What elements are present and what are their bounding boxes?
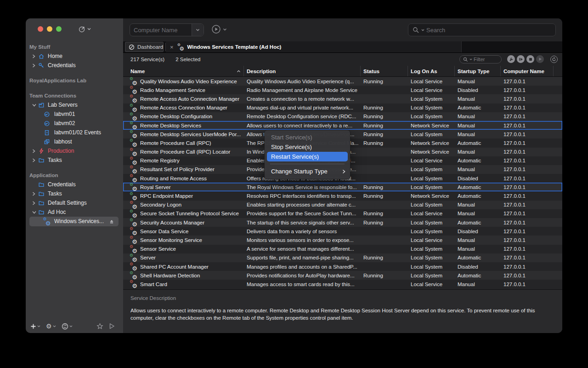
column-header-name[interactable]: Name [123, 66, 244, 76]
properties-wrench-button[interactable] [507, 55, 515, 63]
sidebar-item-tasks[interactable]: Tasks [26, 189, 123, 198]
menu-item-label: Change Startup Type [271, 168, 328, 175]
table-row[interactable]: ⚙⚙Shared PC Account ManagerManages profi… [123, 262, 562, 271]
column-header-computer-name[interactable]: Computer Name [501, 66, 554, 76]
menu-item-restart-service-s[interactable]: Restart Service(s) [267, 152, 348, 161]
sidebar-item-labvm01[interactable]: labvm01 [26, 109, 123, 119]
computer-name-dropdown-button[interactable] [192, 24, 204, 36]
table-row[interactable]: ⚙⚙Secure Socket Tunneling Protocol Servi… [123, 209, 562, 218]
sidebar-item-tasks[interactable]: Tasks [26, 155, 123, 165]
chevron-down-icon [37, 325, 40, 328]
chevron-right-icon[interactable] [32, 201, 37, 205]
minimize-window-button[interactable] [47, 26, 52, 32]
service-status-cell [361, 86, 408, 94]
table-row[interactable]: ⚙⚙Remote Access Connection ManagerManage… [123, 104, 562, 112]
table-row[interactable]: ⚙⚙Secondary LogonEnables starting proces… [123, 201, 562, 209]
service-status-cell: Running [361, 138, 408, 147]
chevron-right-icon[interactable] [32, 63, 37, 68]
menu-item-stop-service-s[interactable]: Stop Service(s) [265, 142, 350, 152]
computer-name-field[interactable] [130, 23, 204, 36]
table-row[interactable]: ⚙⚙Security Accounts ManagerThe startup o… [123, 218, 562, 227]
filler-cell [554, 130, 562, 138]
sidebar-item-lab-servers[interactable]: Lab Servers [26, 100, 123, 109]
service-name: Secondary Logon [140, 202, 181, 207]
refresh-button[interactable] [550, 56, 558, 63]
computer-name-input[interactable] [130, 27, 192, 34]
service-name-cell: ⚙⚙Secure Socket Tunneling Protocol Servi… [123, 209, 244, 218]
service-startup-cell: Manual [455, 121, 501, 130]
service-logon-cell: Local System [408, 183, 455, 191]
chevron-down-icon [469, 58, 472, 60]
play-outline-button[interactable] [109, 323, 115, 329]
star-button[interactable] [96, 323, 103, 330]
sidebar-item-ad-hoc[interactable]: Ad Hoc [26, 207, 123, 217]
sync-button[interactable] [62, 323, 73, 330]
events-icon [43, 130, 50, 136]
tab-dashboard[interactable]: Dashboard [125, 42, 164, 52]
column-header-status[interactable]: Status [361, 66, 408, 76]
key-icon [38, 63, 45, 69]
gears-icon: ⚙⚙ [130, 175, 137, 182]
table-row[interactable]: ⚙⚙Smart CardManages access to smart card… [123, 280, 562, 288]
zoom-window-button[interactable] [56, 26, 62, 32]
table-row[interactable]: ⚙⚙Remote Desktop ServicesAllows users to… [123, 121, 562, 130]
start-button[interactable] [536, 55, 544, 63]
sidebar-item-default-settings[interactable]: Default Settings [26, 198, 123, 207]
chevron-down-icon [196, 29, 200, 31]
chevron-right-icon[interactable] [32, 54, 37, 58]
restart-step-button[interactable] [517, 55, 525, 63]
column-header-description[interactable]: Description [244, 66, 361, 76]
service-description-cell: The Royal Windows Service is responsible… [244, 183, 361, 191]
gears-icon: ⚙⚙ [130, 166, 137, 173]
table-row[interactable]: ⚙⚙Remote Desktop ConfigurationRemote Des… [123, 112, 562, 121]
sidebar-item-credentials[interactable]: Credentials [26, 61, 123, 70]
filter-field[interactable] [459, 55, 502, 63]
menu-separator [270, 164, 345, 164]
chevron-down-icon[interactable] [32, 211, 37, 214]
sidebar-item-production[interactable]: Production [26, 146, 123, 155]
search-input[interactable] [426, 27, 551, 34]
menu-item-change-startup-type[interactable]: Change Startup Type [265, 167, 350, 176]
target-connect-button[interactable] [78, 25, 91, 33]
close-tab-icon[interactable]: × [170, 44, 174, 51]
menu-item-start-service-s[interactable]: Start Service(s) [265, 132, 350, 142]
sidebar-item-credentials[interactable]: Credentials [26, 180, 123, 189]
table-row[interactable]: ⚙⚙Sensor Monitoring ServiceMonitors vari… [123, 236, 562, 244]
chevron-right-icon[interactable] [32, 158, 37, 162]
description-title: Service Description [130, 295, 555, 301]
table-row[interactable]: ⚙⚙Royal ServerThe Royal Windows Service … [123, 183, 562, 191]
tab-windows-services-template[interactable]: × ⚙⚙ Windows Services Template (Ad Hoc) [166, 41, 462, 52]
sidebar-item-labvm02[interactable]: labvm02 [26, 119, 123, 128]
sidebar-item-labhost[interactable]: labhost [26, 137, 123, 146]
gear-button[interactable]: ⚙ [46, 322, 56, 330]
table-row[interactable]: ⚙⚙Sensor Data ServiceDelivers data from … [123, 227, 562, 236]
table-row[interactable]: ⚙⚙Sensor ServiceA service for sensors th… [123, 245, 562, 253]
column-header-startup-type[interactable]: Startup Type [455, 66, 501, 76]
table-row[interactable]: ⚙⚙Shell Hardware DetectionProvides notif… [123, 271, 562, 280]
plus-button[interactable] [30, 323, 40, 329]
chevron-right-icon[interactable] [32, 192, 37, 196]
stop-button[interactable] [526, 55, 534, 63]
table-row[interactable]: ⚙⚙Radio Management ServiceRadio Manageme… [123, 86, 562, 94]
chevron-right-icon[interactable] [32, 149, 37, 153]
table-row[interactable]: ⚙⚙Remote Access Auto Connection ManagerC… [123, 94, 562, 103]
service-status-cell [361, 174, 408, 183]
gears-icon: ⚙⚙ [130, 95, 137, 102]
filter-input[interactable] [474, 57, 498, 62]
table-row[interactable]: ⚙⚙Quality Windows Audio Video Experience… [123, 77, 562, 86]
chevron-down-icon [53, 325, 56, 328]
gears-icon: ⚙⚙ [130, 210, 137, 217]
search-field[interactable] [408, 23, 556, 36]
sidebar-item-home[interactable]: Home [26, 52, 123, 61]
eject-icon[interactable] [108, 218, 115, 224]
chevron-down-icon[interactable] [32, 104, 37, 107]
sidebar-item-labvm01-02-events[interactable]: labvm01/02 Events [26, 128, 123, 137]
table-row[interactable]: ⚙⚙RPC Endpoint MapperResolves RPC interf… [123, 191, 562, 200]
sidebar-item-windows-services[interactable]: ⚙⚙Windows Services... [26, 217, 123, 226]
close-window-button[interactable] [38, 26, 43, 32]
filler-cell [554, 209, 562, 218]
column-header-log-on-as[interactable]: Log On As [408, 66, 455, 76]
table-row[interactable]: ⚙⚙ServerSupports file, print, and named-… [123, 253, 562, 262]
run-template-button[interactable] [211, 24, 227, 34]
filler-cell [554, 236, 562, 244]
